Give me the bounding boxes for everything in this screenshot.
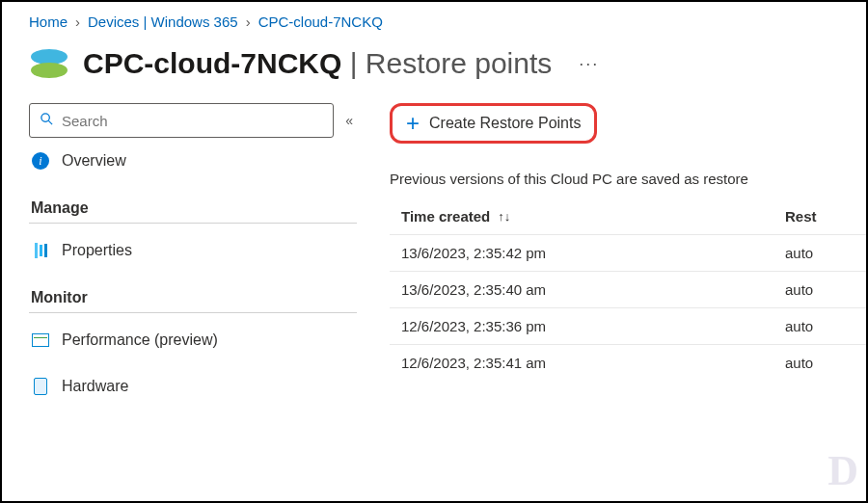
breadcrumb: Home › Devices | Windows 365 › CPC-cloud… — [2, 2, 866, 40]
sidebar: « i Overview Manage Properties Monitor P… — [2, 103, 368, 410]
entity-name: CPC-cloud-7NCKQ — [83, 47, 341, 79]
table-row[interactable]: 13/6/2023, 2:35:40 am auto — [390, 271, 866, 307]
properties-icon — [35, 243, 47, 258]
sidebar-item-properties[interactable]: Properties — [29, 227, 357, 274]
column-time-created[interactable]: Time created ↑↓ — [401, 208, 785, 225]
sidebar-item-label: Hardware — [62, 378, 128, 395]
cell-time: 12/6/2023, 2:35:41 am — [401, 355, 785, 371]
table-row[interactable]: 12/6/2023, 2:35:41 am auto — [390, 344, 866, 381]
cell-type: auto — [785, 355, 866, 371]
table-row[interactable]: 12/6/2023, 2:35:36 pm auto — [390, 307, 866, 344]
cell-time: 13/6/2023, 2:35:40 am — [401, 281, 785, 298]
description-text: Previous versions of this Cloud PC are s… — [390, 144, 866, 202]
breadcrumb-device[interactable]: CPC-cloud-7NCKQ — [258, 13, 383, 30]
chevron-right-icon: › — [75, 13, 80, 30]
plus-icon: + — [406, 112, 420, 135]
breadcrumb-devices[interactable]: Devices | Windows 365 — [88, 13, 238, 30]
cell-time: 13/6/2023, 2:35:42 pm — [401, 245, 785, 261]
page-title-row: CPC-cloud-7NCKQ | Restore points ··· — [2, 40, 866, 103]
sidebar-item-label: Performance (preview) — [62, 331, 218, 349]
title-divider: | — [341, 47, 365, 79]
sidebar-item-hardware[interactable]: Hardware — [29, 363, 357, 410]
hardware-icon — [34, 378, 47, 395]
create-restore-points-button[interactable]: + Create Restore Points — [390, 103, 597, 144]
watermark: D — [827, 446, 858, 495]
column-restore-type[interactable]: Rest — [785, 208, 866, 225]
cell-type: auto — [785, 318, 866, 334]
search-box[interactable] — [29, 103, 334, 138]
table-row[interactable]: 13/6/2023, 2:35:42 pm auto — [390, 234, 866, 271]
svg-point-0 — [41, 114, 49, 121]
search-icon — [40, 112, 54, 129]
more-actions-button[interactable]: ··· — [579, 54, 599, 74]
collapse-sidebar-button[interactable]: « — [341, 113, 357, 128]
sidebar-item-overview[interactable]: i Overview — [29, 138, 357, 184]
info-icon: i — [32, 152, 49, 170]
page-title: CPC-cloud-7NCKQ | Restore points — [83, 47, 552, 80]
sidebar-section-monitor: Monitor — [29, 274, 357, 313]
cell-type: auto — [785, 245, 866, 261]
create-button-label: Create Restore Points — [429, 115, 581, 132]
cell-time: 12/6/2023, 2:35:36 pm — [401, 318, 785, 334]
sidebar-item-performance[interactable]: Performance (preview) — [29, 317, 357, 363]
toolbar: + Create Restore Points — [390, 103, 866, 144]
sidebar-item-label: Overview — [62, 152, 126, 170]
chevron-right-icon: › — [246, 13, 251, 30]
sidebar-section-manage: Manage — [29, 184, 357, 224]
performance-icon — [32, 333, 49, 347]
page-section-name: Restore points — [366, 47, 552, 79]
sort-icon: ↑↓ — [498, 209, 510, 224]
column-time-label: Time created — [401, 208, 490, 225]
cell-type: auto — [785, 281, 866, 298]
breadcrumb-home[interactable]: Home — [29, 13, 68, 30]
search-input[interactable] — [62, 113, 323, 129]
sidebar-item-label: Properties — [62, 242, 132, 259]
svg-line-1 — [48, 120, 52, 124]
cloud-pc-icon — [29, 43, 69, 84]
table-header: Time created ↑↓ Rest — [390, 202, 866, 234]
main-content: + Create Restore Points Previous version… — [368, 103, 866, 410]
